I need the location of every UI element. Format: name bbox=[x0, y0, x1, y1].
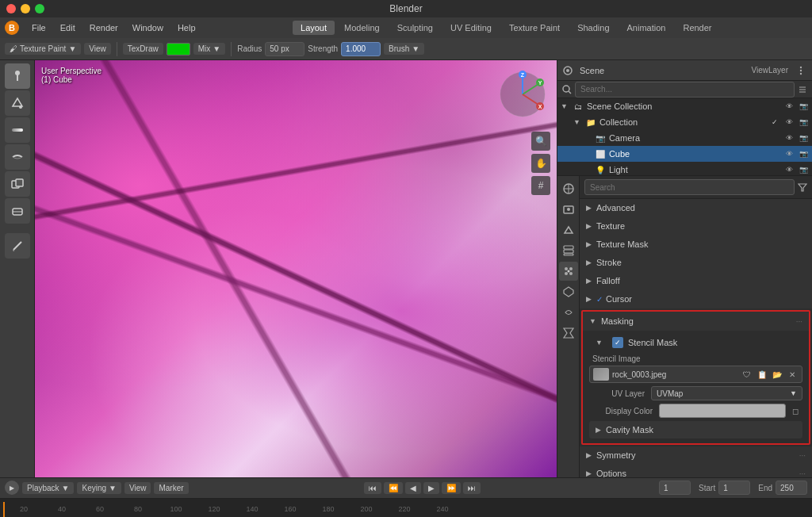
play-back-btn[interactable]: ◀ bbox=[405, 482, 421, 494]
outliner-scene-collection[interactable]: ▼ 🗂 Scene Collection 👁 📷 bbox=[557, 98, 812, 114]
radius-input[interactable] bbox=[265, 42, 304, 56]
props-texture-header[interactable]: ▶ Texture bbox=[580, 217, 812, 235]
menu-help[interactable]: Help bbox=[171, 21, 202, 34]
ruler-mark-140: 140 bbox=[233, 505, 271, 513]
uv-layer-dropdown[interactable]: UVMap ▼ bbox=[651, 386, 802, 400]
jump-end-btn[interactable]: ⏭ bbox=[463, 482, 481, 494]
svg-rect-34 bbox=[564, 246, 573, 249]
minimize-button[interactable] bbox=[21, 4, 30, 13]
play-btn[interactable]: ▶ bbox=[423, 482, 439, 494]
stencil-shield-btn[interactable]: 🛡 bbox=[741, 368, 753, 381]
props-texture-mask-header[interactable]: ▶ Texture Mask bbox=[580, 236, 812, 253]
props-scene-btn[interactable] bbox=[559, 179, 578, 198]
timeline-bar[interactable]: 20 40 60 80 100 120 140 160 180 200 220 … bbox=[0, 499, 812, 517]
maximize-button[interactable] bbox=[35, 4, 44, 13]
props-stroke-header[interactable]: ▶ Stroke bbox=[580, 254, 812, 271]
marker-btn[interactable]: Marker bbox=[154, 482, 188, 494]
props-advanced-header[interactable]: ▶ Advanced bbox=[580, 199, 812, 216]
tab-render[interactable]: Render bbox=[675, 21, 719, 35]
props-render-btn[interactable] bbox=[559, 200, 578, 219]
stencil-mask-checkbox[interactable]: ✓ bbox=[612, 337, 623, 348]
camera-render: 📷 bbox=[798, 132, 809, 144]
masking-header[interactable]: ▼ Masking ··· bbox=[583, 312, 809, 331]
tab-shading[interactable]: Shading bbox=[569, 21, 617, 35]
outliner-camera[interactable]: ▼ 📷 Camera 👁 📷 bbox=[557, 130, 812, 146]
next-frame-btn[interactable]: ⏩ bbox=[442, 482, 461, 494]
svg-text:B: B bbox=[9, 23, 15, 33]
outliner-collection[interactable]: ▼ 📁 Collection ✓ 👁 📷 bbox=[557, 114, 812, 130]
tab-modeling[interactable]: Modeling bbox=[336, 21, 388, 35]
radius-label: Radius bbox=[237, 44, 262, 53]
paint-icon: 🖌 bbox=[10, 44, 17, 53]
prev-frame-btn[interactable]: ⏪ bbox=[384, 482, 403, 494]
tab-sculpting[interactable]: Sculpting bbox=[389, 21, 441, 35]
light-render: 📷 bbox=[798, 164, 809, 175]
tool-paint[interactable] bbox=[5, 63, 30, 89]
keying-btn[interactable]: Keying ▼ bbox=[77, 482, 121, 494]
menu-edit[interactable]: Edit bbox=[54, 21, 82, 34]
view-menu[interactable]: View bbox=[84, 43, 111, 55]
tool-erase[interactable] bbox=[5, 198, 30, 224]
tab-animation[interactable]: Animation bbox=[619, 21, 674, 35]
brush-btn[interactable]: Brush ▼ bbox=[384, 43, 424, 55]
view-layer-options[interactable] bbox=[795, 64, 807, 77]
playback-btn[interactable]: Playback ▼ bbox=[22, 482, 74, 494]
outliner-cube[interactable]: ▼ ⬜ Cube 👁 📷 bbox=[557, 146, 812, 162]
strength-input[interactable] bbox=[341, 42, 381, 56]
mode-selector[interactable]: 🖌 Texture Paint ▼ bbox=[5, 43, 81, 55]
close-button[interactable] bbox=[6, 4, 16, 13]
svg-rect-7 bbox=[16, 179, 23, 186]
props-view-layer-btn[interactable] bbox=[559, 241, 578, 260]
props-output-btn[interactable] bbox=[559, 220, 578, 239]
cavity-mask-section: ▶ Cavity Mask bbox=[589, 421, 802, 438]
advanced-chevron: ▶ bbox=[586, 204, 592, 212]
tool-fill[interactable] bbox=[5, 90, 30, 116]
advanced-label: Advanced bbox=[596, 203, 635, 213]
menu-file[interactable]: File bbox=[25, 21, 52, 34]
menu-window[interactable]: Window bbox=[126, 21, 170, 34]
brush-color-swatch[interactable] bbox=[167, 43, 190, 56]
scene-coll-name: Scene Collection bbox=[587, 101, 780, 111]
3d-viewport[interactable]: User Perspective (1) Cube Z Y bbox=[35, 60, 557, 477]
svg-rect-5 bbox=[12, 128, 23, 132]
display-color-picker-icon[interactable]: ◻ bbox=[788, 404, 802, 418]
display-color-swatch[interactable] bbox=[659, 404, 786, 418]
svg-point-24 bbox=[800, 66, 802, 67]
tab-layout[interactable]: Layout bbox=[293, 21, 335, 35]
stencil-folder-btn[interactable]: 📂 bbox=[771, 368, 783, 381]
tool-gradient[interactable] bbox=[5, 117, 30, 143]
start-frame-input[interactable] bbox=[718, 481, 750, 495]
outliner-light[interactable]: ▼ 💡 Light 👁 📷 bbox=[557, 162, 812, 176]
tab-texture-paint[interactable]: Texture Paint bbox=[501, 21, 568, 35]
outliner-search[interactable] bbox=[575, 82, 795, 98]
blend-mode-selector[interactable]: Mix ▼ bbox=[193, 43, 225, 55]
cube-name: Cube bbox=[609, 149, 780, 159]
props-modifier-btn[interactable] bbox=[559, 324, 578, 343]
tool-smear[interactable] bbox=[5, 144, 30, 170]
props-symmetry-header[interactable]: ▶ Symmetry ··· bbox=[580, 446, 812, 464]
stencil-copy-btn[interactable]: 📋 bbox=[756, 368, 768, 381]
props-constraints-btn[interactable] bbox=[559, 303, 578, 322]
props-physics-btn[interactable] bbox=[559, 282, 578, 301]
cavity-mask-header[interactable]: ▶ Cavity Mask bbox=[589, 421, 802, 438]
props-falloff-header[interactable]: ▶ Falloff bbox=[580, 272, 812, 289]
tool-annotate[interactable] bbox=[5, 233, 30, 258]
current-frame-input[interactable] bbox=[659, 481, 691, 495]
view-btn[interactable]: View bbox=[124, 482, 151, 494]
stencil-delete-btn[interactable]: ✕ bbox=[786, 368, 799, 381]
window-controls[interactable] bbox=[6, 4, 44, 13]
timeline-cursor[interactable] bbox=[3, 502, 5, 517]
props-search-input[interactable] bbox=[584, 179, 795, 195]
props-particles-btn[interactable] bbox=[559, 262, 578, 281]
brush-selector[interactable]: TexDraw bbox=[123, 43, 163, 55]
masking-section: ▼ Masking ··· ▼ ✓ Stencil Mask Stencil I… bbox=[581, 310, 810, 445]
timeline-mode-btn[interactable]: ▶ bbox=[5, 481, 19, 495]
menu-render[interactable]: Render bbox=[83, 21, 124, 34]
end-frame-input[interactable] bbox=[776, 481, 807, 495]
props-options-header[interactable]: ▶ Options ··· bbox=[580, 465, 812, 477]
jump-start-btn[interactable]: ⏮ bbox=[364, 482, 381, 494]
props-cursor-header[interactable]: ▶ ✓ Cursor bbox=[580, 290, 812, 308]
tool-clone[interactable] bbox=[5, 171, 30, 197]
tab-uv-editing[interactable]: UV Editing bbox=[442, 21, 500, 35]
left-tool-panel bbox=[0, 60, 35, 477]
